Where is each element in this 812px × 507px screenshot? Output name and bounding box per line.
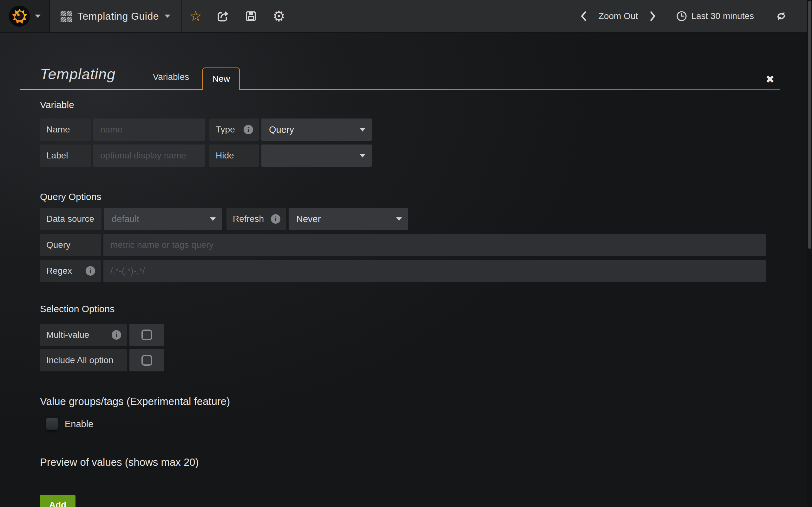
chevron-down-icon <box>396 217 402 221</box>
include-all-row: Include All option <box>40 349 164 372</box>
refresh-label: Refresh i <box>226 208 286 230</box>
time-shift-forward-button[interactable] <box>645 0 661 32</box>
gear-icon: ⚙ <box>272 9 285 23</box>
hide-label: Hide <box>209 145 259 167</box>
star-dashboard-button[interactable]: ☆ <box>182 0 209 32</box>
include-all-label: Include All option <box>40 349 127 372</box>
tab-variables[interactable]: Variables <box>152 70 190 84</box>
share-icon <box>216 9 230 23</box>
label-input[interactable] <box>93 145 205 167</box>
templating-settings-header: Templating Variables New ✖ <box>20 33 780 90</box>
clock-icon <box>676 10 687 22</box>
query-options-heading: Query Options <box>40 191 101 202</box>
enable-label: Enable <box>65 419 93 429</box>
dashboard-title-dropdown[interactable]: Templating Guide <box>50 0 181 32</box>
chevron-right-icon <box>649 11 656 21</box>
scrollbar-thumb[interactable] <box>808 1 811 249</box>
share-dashboard-button[interactable] <box>209 0 237 32</box>
chevron-down-icon <box>360 128 365 131</box>
query-label: Query <box>40 234 101 256</box>
name-input[interactable] <box>93 118 205 141</box>
refresh-button[interactable] <box>770 0 792 32</box>
dashboard-grid-icon <box>61 11 72 22</box>
info-icon[interactable]: i <box>244 125 253 134</box>
add-button[interactable]: Add <box>40 495 75 507</box>
multi-value-row: Multi-value i <box>40 324 164 346</box>
time-range-picker-button[interactable]: Last 30 minutes <box>671 0 758 32</box>
name-label: Name <box>40 118 91 141</box>
variable-name-row: Name Type i Query <box>40 118 372 141</box>
multi-value-checkbox[interactable] <box>130 324 164 346</box>
variable-section-heading: Variable <box>40 100 74 110</box>
variable-label-row: Label Hide <box>40 145 372 167</box>
datasource-select[interactable]: default <box>104 208 222 230</box>
grafana-menu-button[interactable] <box>0 0 50 32</box>
type-select[interactable]: Query <box>261 118 372 141</box>
query-input[interactable] <box>103 234 766 256</box>
grafana-logo-icon <box>8 5 31 27</box>
time-controls: Zoom Out Last 30 minutes <box>576 0 807 32</box>
enable-row: Enable <box>46 418 93 430</box>
include-all-checkbox[interactable] <box>130 349 164 372</box>
info-icon[interactable]: i <box>112 330 121 340</box>
chevron-down-icon <box>165 14 170 18</box>
selection-options-heading: Selection Options <box>40 303 114 314</box>
type-label: Type i <box>209 118 259 141</box>
preview-heading: Preview of values (shows max 20) <box>40 456 199 468</box>
checkbox-icon <box>142 330 152 340</box>
datasource-label: Data source <box>40 208 101 230</box>
dashboard-title: Templating Guide <box>78 10 159 22</box>
checkbox-icon <box>142 355 152 366</box>
tab-new[interactable]: New <box>202 67 240 90</box>
page-title: Templating <box>40 65 115 83</box>
multi-value-label: Multi-value i <box>40 324 127 346</box>
info-icon[interactable]: i <box>271 214 281 224</box>
info-icon[interactable]: i <box>86 266 95 276</box>
label-label: Label <box>40 145 91 167</box>
refresh-select[interactable]: Never <box>289 208 408 230</box>
tab-underline <box>20 89 202 90</box>
chevron-down-icon <box>35 14 41 18</box>
regex-label: Regex i <box>40 260 101 282</box>
zoom-out-button[interactable]: Zoom Out <box>594 0 642 32</box>
chevron-down-icon <box>360 154 365 158</box>
query-row: Query <box>40 234 766 256</box>
close-icon[interactable]: ✖ <box>766 74 775 84</box>
datasource-row: Data source default Refresh i Never <box>40 208 408 230</box>
dashboard-settings-button[interactable]: ⚙ <box>265 0 293 32</box>
regex-input[interactable] <box>103 260 766 282</box>
hide-select[interactable] <box>261 145 372 167</box>
time-shift-back-button[interactable] <box>576 0 592 32</box>
enable-checkbox[interactable] <box>46 418 58 430</box>
value-groups-heading: Value groups/tags (Experimental feature) <box>40 395 230 407</box>
save-dashboard-button[interactable] <box>237 0 265 32</box>
navbar: Templating Guide ☆ ⚙ <box>0 0 807 33</box>
chevron-left-icon <box>580 11 587 21</box>
refresh-icon <box>775 10 788 22</box>
scrollbar-track[interactable] <box>807 0 812 507</box>
chevron-down-icon <box>210 217 216 221</box>
star-icon: ☆ <box>189 9 202 23</box>
regex-row: Regex i <box>40 260 766 282</box>
tab-underline <box>240 89 780 90</box>
save-icon <box>244 9 258 23</box>
